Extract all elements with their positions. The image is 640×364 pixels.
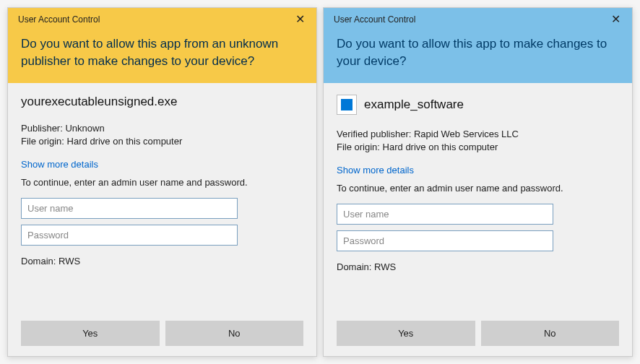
credential-instruction: To continue, enter an admin user name an… xyxy=(337,183,619,194)
titlebar: User Account Control ✕ xyxy=(324,8,632,30)
close-icon[interactable]: ✕ xyxy=(291,12,309,27)
app-line: example_software xyxy=(337,95,619,115)
app-meta: Publisher: Unknown File origin: Hard dri… xyxy=(21,122,303,150)
titlebar-text: User Account Control xyxy=(334,14,415,25)
publisher-label: Verified publisher: xyxy=(337,129,411,139)
domain-label: Domain: xyxy=(337,261,371,272)
dialog-body: yourexecutableunsigned.exe Publisher: Un… xyxy=(8,83,316,356)
domain-label: Domain: xyxy=(21,256,56,266)
origin-value: Hard drive on this computer xyxy=(383,142,498,152)
uac-heading: Do you want to allow this app from an un… xyxy=(8,30,316,83)
titlebar-text: User Account Control xyxy=(18,14,100,25)
show-more-details-link[interactable]: Show more details xyxy=(21,159,303,170)
yes-button[interactable]: Yes xyxy=(337,321,475,346)
domain-row: Domain: RWS xyxy=(21,256,303,266)
show-more-details-link[interactable]: Show more details xyxy=(337,165,619,176)
button-row: Yes No xyxy=(21,321,303,346)
origin-row: File origin: Hard drive on this computer xyxy=(337,141,619,155)
button-row: Yes No xyxy=(337,321,619,346)
app-icon xyxy=(337,95,357,115)
publisher-label: Publisher: xyxy=(21,123,63,134)
uac-dialog-unsigned: User Account Control ✕ Do you want to al… xyxy=(7,7,317,357)
origin-row: File origin: Hard drive on this computer xyxy=(21,135,303,149)
credential-instruction: To continue, enter an admin user name an… xyxy=(21,177,303,188)
uac-heading: Do you want to allow this app to make ch… xyxy=(324,30,632,83)
app-name: example_software xyxy=(364,98,464,112)
publisher-value: Unknown xyxy=(65,123,104,134)
domain-value: RWS xyxy=(374,261,396,272)
yes-button[interactable]: Yes xyxy=(21,321,160,346)
app-name: yourexecutableunsigned.exe xyxy=(21,95,177,109)
password-input[interactable] xyxy=(21,225,238,246)
app-icon-inner xyxy=(341,99,353,110)
publisher-row: Verified publisher: Rapid Web Services L… xyxy=(337,128,619,142)
close-icon[interactable]: ✕ xyxy=(607,12,625,27)
password-input[interactable] xyxy=(337,230,553,251)
username-input[interactable] xyxy=(337,204,553,225)
no-button[interactable]: No xyxy=(481,321,620,346)
app-line: yourexecutableunsigned.exe xyxy=(21,95,303,109)
no-button[interactable]: No xyxy=(165,321,304,346)
titlebar: User Account Control ✕ xyxy=(8,8,316,30)
publisher-value: Rapid Web Services LLC xyxy=(414,129,519,139)
domain-row: Domain: RWS xyxy=(337,261,619,272)
origin-value: Hard drive on this computer xyxy=(67,136,183,147)
app-meta: Verified publisher: Rapid Web Services L… xyxy=(337,128,619,155)
username-input[interactable] xyxy=(21,198,238,219)
origin-label: File origin: xyxy=(21,136,64,147)
uac-dialog-verified: User Account Control ✕ Do you want to al… xyxy=(323,7,633,357)
publisher-row: Publisher: Unknown xyxy=(21,122,303,136)
domain-value: RWS xyxy=(59,256,80,266)
origin-label: File origin: xyxy=(337,142,380,152)
dialog-body: example_software Verified publisher: Rap… xyxy=(324,83,632,356)
